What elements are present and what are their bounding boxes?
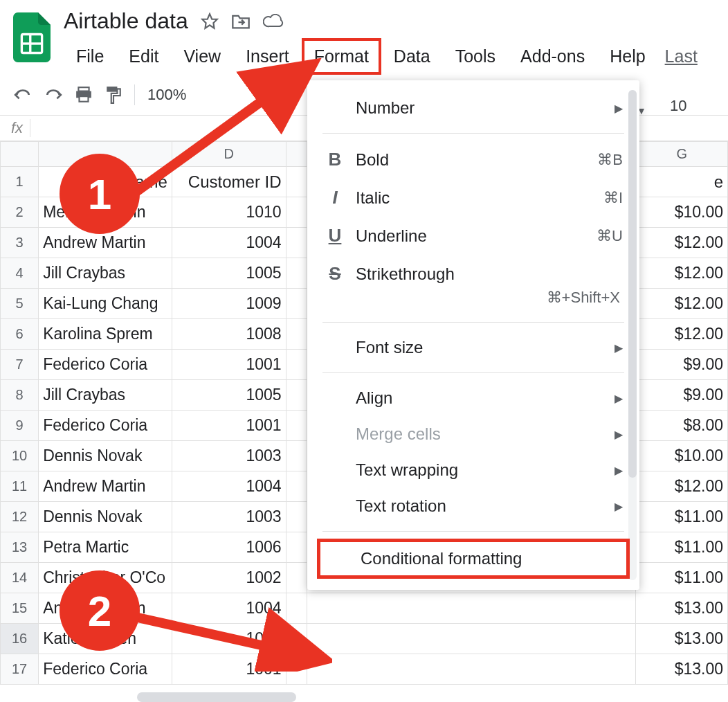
cell[interactable] <box>286 258 307 289</box>
cell[interactable] <box>286 624 307 654</box>
cell-price[interactable]: $13.00 <box>636 593 728 624</box>
undo-icon[interactable] <box>14 88 32 102</box>
cell[interactable] <box>286 441 307 471</box>
format-strikethrough-item[interactable]: S Strikethrough ⌘+Shift+X <box>307 255 639 315</box>
move-folder-icon[interactable] <box>231 13 251 30</box>
cell[interactable] <box>286 593 307 624</box>
row-header[interactable]: 11 <box>1 471 39 502</box>
cell-customer-id[interactable]: 1007 <box>172 624 286 654</box>
cell-name[interactable]: Federico Coria <box>39 654 172 685</box>
cell[interactable] <box>286 289 307 319</box>
cell-customer-id[interactable]: 1002 <box>172 563 286 593</box>
cell[interactable] <box>286 411 307 441</box>
format-wrap-item[interactable]: Text wrapping ▶ <box>307 452 639 488</box>
row-header[interactable]: 17 <box>1 654 39 685</box>
cell-customer-id[interactable]: 1004 <box>172 471 286 502</box>
cell-price[interactable]: $12.00 <box>636 289 728 319</box>
row-header[interactable]: 8 <box>1 380 39 411</box>
menu-last-edit[interactable]: Last <box>658 41 704 72</box>
cell-name[interactable]: Federico Coria <box>39 411 172 441</box>
cell-name[interactable]: Andrew Martin <box>39 471 172 502</box>
menu-format[interactable]: Format <box>302 38 381 75</box>
cell-customer-id[interactable]: 1005 <box>172 380 286 411</box>
format-rotate-item[interactable]: Text rotation ▶ <box>307 488 639 524</box>
format-underline-item[interactable]: U Underline ⌘U <box>307 217 639 255</box>
cell-price[interactable]: $11.00 <box>636 502 728 532</box>
menu-view[interactable]: View <box>171 38 233 75</box>
cell-name[interactable]: Petra Martic <box>39 532 172 563</box>
format-italic-item[interactable]: I Italic ⌘I <box>307 179 639 217</box>
row-header[interactable]: 2 <box>1 197 39 228</box>
cell-price[interactable]: $13.00 <box>636 654 728 685</box>
cell[interactable] <box>286 471 307 502</box>
column-header-d[interactable]: D <box>172 142 286 167</box>
cell-name[interactable]: Karolina Sprem <box>39 319 172 350</box>
cell[interactable] <box>307 654 636 685</box>
menu-data[interactable]: Data <box>381 38 443 75</box>
format-number-item[interactable]: Number ▶ <box>307 90 639 126</box>
print-icon[interactable] <box>75 87 93 103</box>
redo-icon[interactable] <box>44 88 62 102</box>
cell-price[interactable]: $12.00 <box>636 471 728 502</box>
cell-customer-id[interactable]: 1004 <box>172 228 286 258</box>
menu-tools[interactable]: Tools <box>443 38 508 75</box>
cell-name[interactable]: Jill Craybas <box>39 380 172 411</box>
paint-format-icon[interactable] <box>105 86 122 104</box>
format-bold-item[interactable]: B Bold ⌘B <box>307 141 639 179</box>
cell-price[interactable]: $9.00 <box>636 380 728 411</box>
select-all-corner[interactable] <box>1 142 39 167</box>
cell-price[interactable]: $13.00 <box>636 624 728 654</box>
row-header[interactable]: 15 <box>1 593 39 624</box>
column-header-g[interactable]: G <box>636 142 728 167</box>
row-header[interactable]: 10 <box>1 441 39 471</box>
cell-name[interactable]: Kai-Lung Chang <box>39 289 172 319</box>
cell-customer-id[interactable]: 1003 <box>172 502 286 532</box>
row-header[interactable]: 7 <box>1 350 39 380</box>
cell-name[interactable]: Dennis Novak <box>39 441 172 471</box>
cell[interactable] <box>286 502 307 532</box>
cell[interactable] <box>286 197 307 228</box>
cell[interactable] <box>286 380 307 411</box>
cell-customer-id[interactable]: 1003 <box>172 441 286 471</box>
cell[interactable] <box>286 532 307 563</box>
cell-customer-id[interactable]: 1001 <box>172 654 286 685</box>
menu-edit[interactable]: Edit <box>116 38 171 75</box>
cell-customer-id[interactable]: 1008 <box>172 319 286 350</box>
cell-name[interactable]: Federico Coria <box>39 350 172 380</box>
cell-customer-id[interactable]: 1004 <box>172 593 286 624</box>
cell-customer-id[interactable]: Customer ID <box>172 167 286 197</box>
row-header[interactable]: 16 <box>1 624 39 654</box>
row-header[interactable]: 14 <box>1 563 39 593</box>
menu-help[interactable]: Help <box>597 38 657 75</box>
row-header[interactable]: 13 <box>1 532 39 563</box>
cell-price[interactable]: $10.00 <box>636 197 728 228</box>
menu-insert[interactable]: Insert <box>233 38 302 75</box>
cell[interactable] <box>286 228 307 258</box>
row-header[interactable]: 6 <box>1 319 39 350</box>
cell-price[interactable]: $12.00 <box>636 258 728 289</box>
cell-name[interactable]: Jill Craybas <box>39 258 172 289</box>
cell[interactable] <box>286 563 307 593</box>
cell-price[interactable]: $12.00 <box>636 319 728 350</box>
star-icon[interactable] <box>201 12 219 30</box>
format-fontsize-item[interactable]: Font size ▶ <box>307 330 639 366</box>
cell-price[interactable]: $12.00 <box>636 228 728 258</box>
cell[interactable] <box>286 319 307 350</box>
row-header[interactable]: 5 <box>1 289 39 319</box>
cell[interactable] <box>307 624 636 654</box>
cell-price[interactable]: $8.00 <box>636 411 728 441</box>
cell-price[interactable]: $9.00 <box>636 350 728 380</box>
cell[interactable] <box>286 654 307 685</box>
document-title[interactable]: Airtable data <box>64 8 188 34</box>
cell-price[interactable]: $10.00 <box>636 441 728 471</box>
cell-price[interactable]: $11.00 <box>636 532 728 563</box>
cell-customer-id[interactable]: 1001 <box>172 350 286 380</box>
menu-file[interactable]: File <box>64 38 116 75</box>
format-align-item[interactable]: Align ▶ <box>307 380 639 416</box>
cell-price[interactable]: $11.00 <box>636 563 728 593</box>
cell-customer-id[interactable]: 1006 <box>172 532 286 563</box>
cell-customer-id[interactable]: 1001 <box>172 411 286 441</box>
format-conditional-item[interactable]: Conditional formatting <box>317 539 630 579</box>
row-header[interactable]: 3 <box>1 228 39 258</box>
menu-addons[interactable]: Add-ons <box>508 38 597 75</box>
